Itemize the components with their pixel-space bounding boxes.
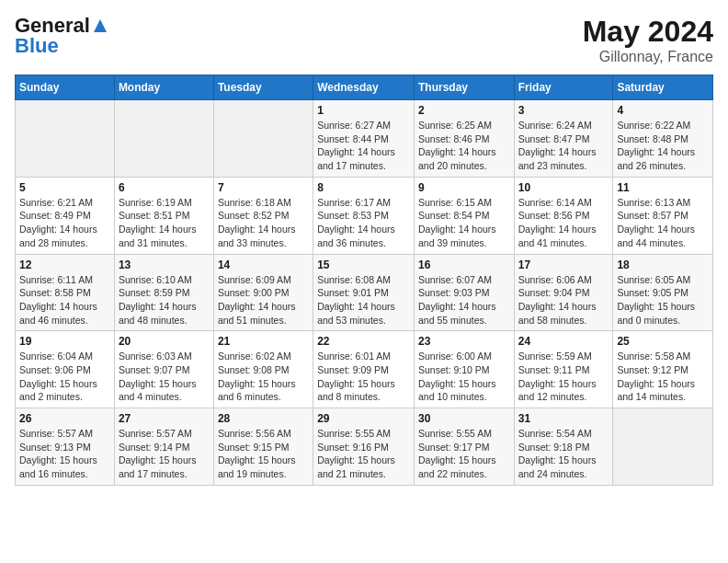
day-number: 23 — [418, 335, 510, 348]
day-detail: Sunrise: 5:57 AMSunset: 9:14 PMDaylight:… — [119, 427, 210, 481]
day-detail: Sunrise: 6:19 AMSunset: 8:51 PMDaylight:… — [119, 196, 210, 250]
day-number: 11 — [617, 181, 709, 194]
day-cell: 29Sunrise: 5:55 AMSunset: 9:16 PMDayligh… — [313, 408, 415, 486]
day-detail: Sunrise: 5:55 AMSunset: 9:16 PMDaylight:… — [317, 427, 410, 481]
day-number: 16 — [418, 259, 510, 271]
day-cell — [613, 408, 713, 486]
day-cell: 28Sunrise: 5:56 AMSunset: 9:15 PMDayligh… — [213, 408, 313, 486]
day-cell: 12Sunrise: 6:11 AMSunset: 8:58 PMDayligh… — [16, 254, 115, 331]
day-number: 13 — [119, 259, 210, 271]
header-cell-tuesday: Tuesday — [213, 75, 313, 100]
day-detail: Sunrise: 6:10 AMSunset: 8:59 PMDaylight:… — [119, 273, 210, 327]
day-cell: 7Sunrise: 6:18 AMSunset: 8:52 PMDaylight… — [213, 177, 313, 254]
day-number: 6 — [119, 181, 210, 194]
day-cell: 15Sunrise: 6:08 AMSunset: 9:01 PMDayligh… — [313, 254, 415, 331]
day-cell: 13Sunrise: 6:10 AMSunset: 8:59 PMDayligh… — [114, 254, 213, 331]
calendar-title: May 2024 — [583, 15, 713, 49]
day-cell: 17Sunrise: 6:06 AMSunset: 9:04 PMDayligh… — [514, 254, 613, 331]
day-number: 19 — [19, 335, 110, 348]
day-number: 10 — [518, 181, 609, 194]
day-cell: 19Sunrise: 6:04 AMSunset: 9:06 PMDayligh… — [16, 331, 115, 408]
day-detail: Sunrise: 6:15 AMSunset: 8:54 PMDaylight:… — [418, 196, 510, 250]
day-cell — [114, 100, 213, 178]
day-number: 29 — [317, 412, 410, 425]
day-cell: 30Sunrise: 5:55 AMSunset: 9:17 PMDayligh… — [414, 408, 514, 486]
header-cell-sunday: Sunday — [16, 75, 115, 100]
day-cell: 16Sunrise: 6:07 AMSunset: 9:03 PMDayligh… — [414, 254, 514, 331]
day-detail: Sunrise: 5:57 AMSunset: 9:13 PMDaylight:… — [19, 427, 110, 481]
day-detail: Sunrise: 6:02 AMSunset: 9:08 PMDaylight:… — [218, 350, 309, 404]
day-detail: Sunrise: 6:13 AMSunset: 8:57 PMDaylight:… — [617, 196, 709, 250]
header-cell-friday: Friday — [514, 75, 613, 100]
day-number: 30 — [418, 412, 510, 425]
week-row-2: 5Sunrise: 6:21 AMSunset: 8:49 PMDaylight… — [16, 177, 713, 254]
day-cell: 20Sunrise: 6:03 AMSunset: 9:07 PMDayligh… — [114, 331, 213, 408]
page-header: General Blue May 2024 Gillonnay, France — [15, 15, 713, 65]
day-cell: 10Sunrise: 6:14 AMSunset: 8:56 PMDayligh… — [514, 177, 613, 254]
day-number: 21 — [218, 335, 309, 348]
day-number: 27 — [119, 412, 210, 425]
calendar-table: SundayMondayTuesdayWednesdayThursdayFrid… — [15, 75, 713, 486]
day-cell: 8Sunrise: 6:17 AMSunset: 8:53 PMDaylight… — [313, 177, 415, 254]
day-number: 22 — [317, 335, 410, 348]
day-detail: Sunrise: 5:59 AMSunset: 9:11 PMDaylight:… — [518, 350, 609, 404]
day-cell: 18Sunrise: 6:05 AMSunset: 9:05 PMDayligh… — [613, 254, 713, 331]
day-cell: 1Sunrise: 6:27 AMSunset: 8:44 PMDaylight… — [313, 100, 415, 178]
day-detail: Sunrise: 5:58 AMSunset: 9:12 PMDaylight:… — [617, 350, 709, 404]
day-number: 24 — [518, 335, 609, 348]
day-number: 26 — [19, 412, 110, 425]
header-cell-monday: Monday — [114, 75, 213, 100]
day-detail: Sunrise: 6:01 AMSunset: 9:09 PMDaylight:… — [317, 350, 410, 404]
day-cell: 31Sunrise: 5:54 AMSunset: 9:18 PMDayligh… — [514, 408, 613, 486]
day-cell: 6Sunrise: 6:19 AMSunset: 8:51 PMDaylight… — [114, 177, 213, 254]
day-detail: Sunrise: 6:27 AMSunset: 8:44 PMDaylight:… — [317, 119, 410, 173]
day-detail: Sunrise: 6:18 AMSunset: 8:52 PMDaylight:… — [218, 196, 309, 250]
day-detail: Sunrise: 6:05 AMSunset: 9:05 PMDaylight:… — [617, 273, 709, 327]
day-detail: Sunrise: 6:21 AMSunset: 8:49 PMDaylight:… — [19, 196, 110, 250]
day-number: 18 — [617, 259, 709, 271]
day-number: 9 — [418, 181, 510, 194]
day-cell: 5Sunrise: 6:21 AMSunset: 8:49 PMDaylight… — [16, 177, 115, 254]
day-cell: 4Sunrise: 6:22 AMSunset: 8:48 PMDaylight… — [613, 100, 713, 178]
day-number: 20 — [119, 335, 210, 348]
day-detail: Sunrise: 6:25 AMSunset: 8:46 PMDaylight:… — [418, 119, 510, 173]
day-detail: Sunrise: 6:08 AMSunset: 9:01 PMDaylight:… — [317, 273, 410, 327]
day-cell: 3Sunrise: 6:24 AMSunset: 8:47 PMDaylight… — [514, 100, 613, 178]
day-cell: 21Sunrise: 6:02 AMSunset: 9:08 PMDayligh… — [213, 331, 313, 408]
day-detail: Sunrise: 6:07 AMSunset: 9:03 PMDaylight:… — [418, 273, 510, 327]
calendar-body: 1Sunrise: 6:27 AMSunset: 8:44 PMDaylight… — [16, 100, 713, 486]
logo: General Blue — [15, 15, 108, 57]
day-cell: 23Sunrise: 6:00 AMSunset: 9:10 PMDayligh… — [414, 331, 514, 408]
day-detail: Sunrise: 6:00 AMSunset: 9:10 PMDaylight:… — [418, 350, 510, 404]
day-number: 3 — [518, 104, 609, 117]
day-detail: Sunrise: 6:24 AMSunset: 8:47 PMDaylight:… — [518, 119, 609, 173]
day-cell: 14Sunrise: 6:09 AMSunset: 9:00 PMDayligh… — [213, 254, 313, 331]
day-cell: 9Sunrise: 6:15 AMSunset: 8:54 PMDaylight… — [414, 177, 514, 254]
week-row-1: 1Sunrise: 6:27 AMSunset: 8:44 PMDaylight… — [16, 100, 713, 178]
calendar-header: SundayMondayTuesdayWednesdayThursdayFrid… — [16, 75, 713, 100]
day-cell: 26Sunrise: 5:57 AMSunset: 9:13 PMDayligh… — [16, 408, 115, 486]
day-number: 1 — [317, 104, 410, 117]
day-cell: 2Sunrise: 6:25 AMSunset: 8:46 PMDaylight… — [414, 100, 514, 178]
header-cell-wednesday: Wednesday — [313, 75, 415, 100]
week-row-5: 26Sunrise: 5:57 AMSunset: 9:13 PMDayligh… — [16, 408, 713, 486]
day-cell: 25Sunrise: 5:58 AMSunset: 9:12 PMDayligh… — [613, 331, 713, 408]
day-detail: Sunrise: 6:04 AMSunset: 9:06 PMDaylight:… — [19, 350, 110, 404]
day-detail: Sunrise: 6:11 AMSunset: 8:58 PMDaylight:… — [19, 273, 110, 327]
day-number: 15 — [317, 259, 410, 271]
day-number: 5 — [19, 181, 110, 194]
week-row-4: 19Sunrise: 6:04 AMSunset: 9:06 PMDayligh… — [16, 331, 713, 408]
calendar-subtitle: Gillonnay, France — [583, 49, 713, 65]
day-number: 31 — [518, 412, 609, 425]
day-detail: Sunrise: 6:09 AMSunset: 9:00 PMDaylight:… — [218, 273, 309, 327]
day-detail: Sunrise: 5:56 AMSunset: 9:15 PMDaylight:… — [218, 427, 309, 481]
day-number: 8 — [317, 181, 410, 194]
day-detail: Sunrise: 5:55 AMSunset: 9:17 PMDaylight:… — [418, 427, 510, 481]
day-cell: 27Sunrise: 5:57 AMSunset: 9:14 PMDayligh… — [114, 408, 213, 486]
day-number: 4 — [617, 104, 709, 117]
header-cell-saturday: Saturday — [613, 75, 713, 100]
day-cell: 24Sunrise: 5:59 AMSunset: 9:11 PMDayligh… — [514, 331, 613, 408]
day-detail: Sunrise: 5:54 AMSunset: 9:18 PMDaylight:… — [518, 427, 609, 481]
header-cell-thursday: Thursday — [414, 75, 514, 100]
day-number: 7 — [218, 181, 309, 194]
